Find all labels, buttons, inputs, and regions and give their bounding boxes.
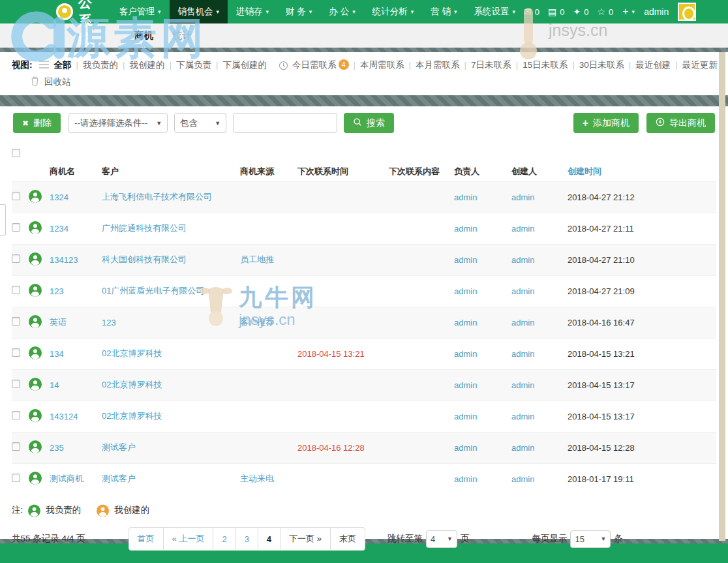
creator-link[interactable]: admin bbox=[511, 224, 534, 234]
view-link[interactable]: 下属负责 bbox=[176, 60, 211, 70]
jump-page-select[interactable]: 4▼ bbox=[426, 530, 457, 548]
view-link[interactable]: 15日未联系 bbox=[523, 60, 568, 70]
side-panel-handle[interactable] bbox=[0, 204, 6, 236]
owner-link[interactable]: admin bbox=[454, 192, 477, 202]
tab-statistics[interactable]: 统计 bbox=[173, 29, 192, 42]
menu-item-0[interactable]: 客户管理▾ bbox=[111, 0, 170, 23]
column-header[interactable]: 商机名 bbox=[50, 162, 102, 181]
row-checkbox[interactable] bbox=[12, 442, 20, 451]
username-link[interactable]: admin bbox=[644, 7, 669, 17]
menu-item-6[interactable]: 营 销▾ bbox=[422, 0, 465, 23]
filter-condition-select[interactable]: --请选择筛选条件--▼ bbox=[68, 113, 168, 133]
owner-link[interactable]: admin bbox=[454, 286, 477, 296]
pagination-page-3[interactable]: 3 bbox=[235, 527, 258, 551]
view-link[interactable]: 最近更新 bbox=[682, 60, 718, 70]
creator-link[interactable]: admin bbox=[511, 286, 534, 296]
opportunity-name-link[interactable]: 测试商机 bbox=[50, 474, 83, 483]
view-link[interactable]: 我创建的 bbox=[130, 60, 165, 70]
status-star-icon[interactable]: ☆0 bbox=[597, 7, 613, 17]
view-link[interactable]: 最近创建 bbox=[635, 60, 671, 70]
pagination-next[interactable]: 下一页 » bbox=[280, 527, 331, 551]
column-header[interactable]: 商机来源 bbox=[240, 162, 297, 181]
status-envelope-icon[interactable]: ✉0 bbox=[524, 7, 539, 17]
customer-link[interactable]: 广州皖通科技有限公司 bbox=[102, 223, 187, 233]
column-header[interactable]: 负责人 bbox=[454, 162, 511, 181]
column-header[interactable]: 下次联系时间 bbox=[297, 162, 389, 181]
tab-opportunities[interactable]: 商机 bbox=[134, 29, 153, 42]
opportunity-name-link[interactable]: 123 bbox=[50, 286, 64, 296]
opportunity-name-link[interactable]: 14 bbox=[50, 380, 59, 390]
view-link-today[interactable]: 今日需联系4 bbox=[292, 59, 349, 71]
row-checkbox[interactable] bbox=[12, 254, 20, 263]
view-link[interactable]: 全部 bbox=[54, 60, 72, 70]
owner-link[interactable]: admin bbox=[454, 318, 477, 327]
match-type-select[interactable]: 包含▼ bbox=[174, 113, 226, 133]
row-checkbox[interactable] bbox=[12, 380, 20, 388]
opportunity-name-link[interactable]: 1234 bbox=[50, 224, 68, 234]
view-link[interactable]: 本周需联系 bbox=[360, 60, 404, 70]
creator-link[interactable]: admin bbox=[511, 255, 534, 265]
opportunity-name-link[interactable]: 英语 bbox=[50, 317, 67, 327]
view-link[interactable]: 7日未联系 bbox=[471, 60, 511, 70]
column-header[interactable]: 创建人 bbox=[511, 162, 568, 181]
creator-link[interactable]: admin bbox=[511, 380, 534, 390]
owner-link[interactable]: admin bbox=[454, 380, 477, 390]
select-all-checkbox[interactable] bbox=[12, 149, 20, 157]
add-opportunity-button[interactable]: + 添加商机 bbox=[573, 113, 639, 133]
customer-link[interactable]: 123 bbox=[102, 318, 116, 327]
creator-link[interactable]: admin bbox=[511, 192, 534, 202]
customer-link[interactable]: 01广州蓝盾光电子有限公司 bbox=[102, 286, 204, 296]
view-link-recycle[interactable]: 回收站 bbox=[44, 76, 71, 88]
row-checkbox[interactable] bbox=[12, 348, 20, 357]
menu-item-3[interactable]: 财 务▾ bbox=[277, 0, 320, 23]
row-checkbox[interactable] bbox=[12, 474, 20, 482]
row-checkbox[interactable] bbox=[12, 192, 20, 200]
search-input[interactable] bbox=[233, 113, 337, 133]
view-link[interactable]: 我负责的 bbox=[83, 60, 118, 70]
row-checkbox[interactable] bbox=[12, 411, 20, 419]
status-message-card-icon[interactable]: ▤0 bbox=[548, 7, 564, 17]
customer-link[interactable]: 上海飞利信电子技术有限公司 bbox=[102, 192, 212, 202]
pagination-page-4[interactable]: 4 bbox=[258, 527, 281, 551]
column-header[interactable]: 下次联系内容 bbox=[389, 162, 454, 181]
creator-link[interactable]: admin bbox=[511, 412, 534, 421]
owner-link[interactable]: admin bbox=[454, 474, 477, 484]
owner-link[interactable]: admin bbox=[454, 224, 477, 234]
customer-link[interactable]: 科大国创科技有限公司 bbox=[102, 254, 187, 264]
menu-item-1[interactable]: 销售机会▾ bbox=[170, 0, 228, 23]
owner-link[interactable]: admin bbox=[454, 349, 477, 359]
opportunity-name-link[interactable]: 143124 bbox=[50, 412, 78, 421]
column-header[interactable]: 创建时间 bbox=[568, 162, 716, 181]
owner-link[interactable]: admin bbox=[454, 412, 477, 421]
pagination-prev[interactable]: « 上一页 bbox=[163, 527, 214, 551]
user-avatar[interactable] bbox=[678, 3, 696, 21]
search-button[interactable]: 搜索 bbox=[344, 113, 394, 133]
view-link[interactable]: 下属创建的 bbox=[223, 60, 267, 70]
row-checkbox[interactable] bbox=[12, 317, 20, 326]
creator-link[interactable]: admin bbox=[511, 443, 534, 453]
customer-link[interactable]: 02北京博罗科技 bbox=[102, 348, 162, 358]
menu-item-7[interactable]: 系统设置▾ bbox=[466, 0, 524, 23]
creator-link[interactable]: admin bbox=[511, 318, 534, 327]
creator-link[interactable]: admin bbox=[511, 474, 534, 484]
pagination-last[interactable]: 末页 bbox=[330, 527, 365, 551]
menu-item-2[interactable]: 进销存▾ bbox=[228, 0, 277, 23]
opportunity-name-link[interactable]: 1324 bbox=[50, 192, 68, 202]
delete-button[interactable]: ✖ 删除 bbox=[13, 113, 61, 133]
opportunity-name-link[interactable]: 235 bbox=[50, 443, 64, 453]
customer-link[interactable]: 02北京博罗科技 bbox=[102, 380, 162, 389]
row-checkbox[interactable] bbox=[12, 223, 20, 232]
column-header[interactable]: 客户 bbox=[102, 162, 240, 181]
opportunity-name-link[interactable]: 134 bbox=[50, 349, 64, 359]
customer-link[interactable]: 02北京博罗科技 bbox=[102, 411, 162, 421]
status-spark-icon[interactable]: ✦0 bbox=[573, 7, 588, 17]
customer-link[interactable]: 测试客户 bbox=[102, 474, 136, 483]
view-link[interactable]: 30日未联系 bbox=[579, 60, 624, 70]
owner-link[interactable]: admin bbox=[454, 255, 477, 265]
owner-link[interactable]: admin bbox=[454, 443, 477, 453]
menu-item-5[interactable]: 统计分析▾ bbox=[364, 0, 423, 23]
page-size-select[interactable]: 15▼ bbox=[570, 530, 611, 548]
pagination-page-2[interactable]: 2 bbox=[213, 527, 235, 551]
view-link[interactable]: 本月需联系 bbox=[416, 60, 460, 70]
menu-item-4[interactable]: 办 公▾ bbox=[320, 0, 363, 23]
